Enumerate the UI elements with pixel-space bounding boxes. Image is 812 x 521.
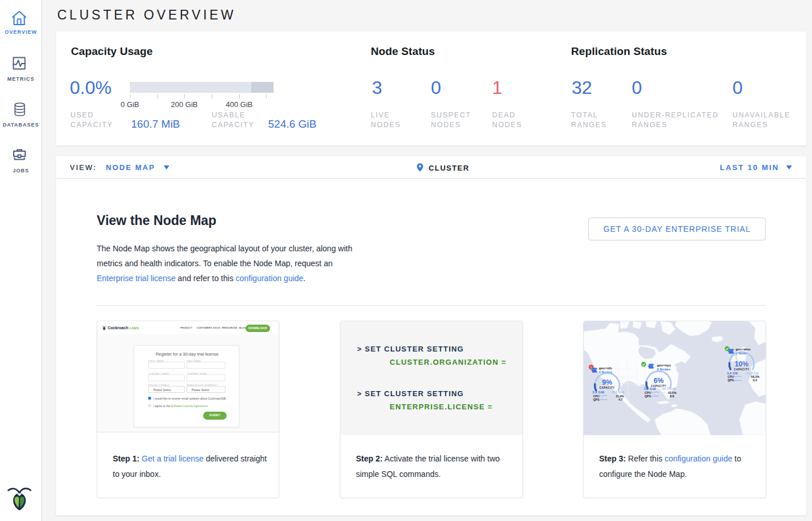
svg-text:8.8: 8.8 — [670, 394, 674, 398]
svg-text:3.6 GB: 3.6 GB — [727, 372, 738, 375]
svg-text:4.7: 4.7 — [619, 398, 623, 401]
svg-text:3.7 GiB: 3.7 GiB — [644, 387, 656, 390]
svg-text:58.3%: 58.3% — [751, 375, 759, 378]
svg-text:3.2 GiB: 3.2 GiB — [592, 390, 604, 394]
svg-text:11.0%: 11.0% — [616, 394, 624, 398]
svg-text:CPU: CPU — [728, 375, 734, 378]
svg-text:2 Nodes: 2 Nodes — [657, 368, 671, 371]
svg-text:geo=nyc: geo=nyc — [657, 364, 671, 367]
svg-text:QPS: QPS — [645, 394, 651, 398]
svg-text:6.4: 6.4 — [753, 378, 757, 382]
svg-text:geo=ams: geo=ams — [736, 348, 751, 351]
svg-text:10%: 10% — [735, 360, 748, 368]
svg-text:QPS: QPS — [728, 378, 734, 382]
svg-text:9%: 9% — [602, 378, 612, 386]
svg-text:42.5%: 42.5% — [668, 391, 676, 394]
svg-text:6%: 6% — [653, 377, 664, 385]
svg-text:!: ! — [591, 366, 592, 369]
svg-text:geo=sfo: geo=sfo — [599, 366, 613, 370]
svg-text:CPU: CPU — [645, 391, 651, 394]
svg-text:CPU: CPU — [593, 394, 600, 398]
svg-text:34.4 GB: 34.4 GB — [746, 372, 759, 375]
svg-text:CAPACITY: CAPACITY — [734, 368, 749, 371]
svg-text:351 GiB: 351 GiB — [612, 390, 625, 394]
svg-text:65.7 GiB: 65.7 GiB — [662, 387, 676, 390]
svg-text:QPS: QPS — [593, 398, 600, 401]
svg-text:CAPACITY: CAPACITY — [599, 386, 615, 389]
